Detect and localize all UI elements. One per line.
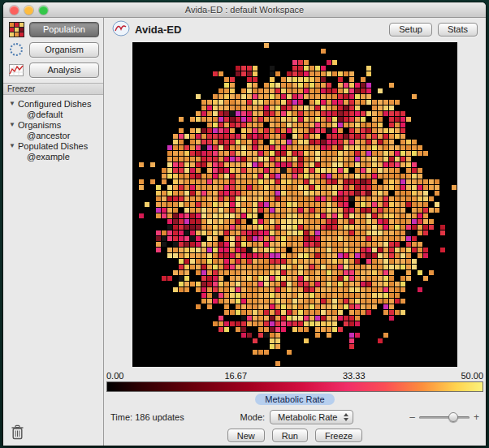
slider-thumb[interactable] — [448, 412, 458, 422]
freezer-group[interactable]: ▼Organisms — [5, 119, 102, 130]
mode-label: Mode: — [240, 412, 266, 422]
petri-dish-canvas[interactable] — [132, 42, 457, 367]
freezer-item[interactable]: @default — [5, 109, 102, 119]
legend: 0.0016.6733.3350.00 Metabolic Rate — [104, 367, 486, 406]
disclosure-triangle-icon[interactable]: ▼ — [9, 121, 18, 128]
speed-slider[interactable] — [419, 416, 470, 419]
action-buttons: New Run Freeze — [104, 426, 486, 447]
mode-dropdown[interactable]: Metabolic Rate — [270, 410, 353, 424]
freeze-button[interactable]: Freeze — [315, 429, 362, 442]
avida-logo-icon — [112, 20, 130, 38]
minimize-window-button[interactable] — [24, 6, 33, 15]
main-panel: Avida-ED Setup Stats 0.0016.6733.3350.00… — [104, 18, 486, 446]
window-title: Avida-ED : default Workspace — [185, 5, 304, 15]
freezer-item-label: @ancestor — [27, 131, 70, 140]
organism-button[interactable]: Organism — [29, 42, 99, 58]
freezer-item-label: @default — [27, 110, 63, 119]
freezer-header: Freezer — [3, 83, 103, 95]
setup-button[interactable]: Setup — [389, 23, 432, 37]
legend-tick: 0.00 — [106, 371, 123, 381]
status-controls: Time: 186 updates Mode: Metabolic Rate – — [104, 406, 486, 426]
disclosure-triangle-icon[interactable]: ▼ — [9, 142, 18, 149]
speed-slider-group: – + — [409, 413, 479, 421]
trash-icon[interactable] — [11, 424, 24, 442]
nav-row-organism: Organism — [3, 38, 103, 58]
mode-dropdown-value: Metabolic Rate — [278, 412, 337, 422]
legend-tick: 33.33 — [343, 371, 366, 381]
freezer-item-label: Configured Dishes — [18, 99, 92, 109]
freezer-item-label: Organisms — [18, 120, 61, 130]
analysis-button[interactable]: Analysis — [29, 62, 99, 78]
page-title: Avida-ED — [135, 24, 181, 36]
sidebar: Population Organism — [3, 18, 104, 446]
petri-dish-viewport — [132, 42, 457, 367]
freezer-item-label: Populated Dishes — [18, 141, 88, 151]
population-button[interactable]: Population — [29, 22, 99, 37]
nav-row-population: Population — [3, 18, 103, 38]
legend-label: Metabolic Rate — [255, 394, 334, 405]
legend-ticks: 0.0016.6733.3350.00 — [106, 371, 483, 381]
desktop: Avida-ED : default Workspace Population … — [0, 0, 489, 448]
freezer-item[interactable]: @ancestor — [5, 130, 102, 140]
analysis-chart-icon — [6, 62, 26, 78]
organism-circle-icon — [6, 41, 26, 58]
traffic-lights — [10, 6, 48, 15]
new-button[interactable]: New — [227, 429, 265, 442]
time-updates-label: Time: 186 updates — [110, 412, 184, 422]
freezer-item-label: @example — [27, 152, 70, 162]
avida-window: Avida-ED : default Workspace Population … — [3, 2, 486, 446]
close-window-button[interactable] — [10, 6, 19, 15]
main-header: Avida-ED Setup Stats — [104, 18, 486, 41]
legend-tick: 50.00 — [461, 371, 483, 381]
disclosure-triangle-icon[interactable]: ▼ — [9, 100, 18, 107]
freezer-group[interactable]: ▼Populated Dishes — [5, 140, 102, 151]
run-button[interactable]: Run — [272, 429, 308, 442]
freezer-item[interactable]: @example — [5, 151, 102, 162]
legend-gradient-bar — [106, 381, 483, 392]
population-grid-icon — [6, 21, 26, 37]
zoom-window-button[interactable] — [39, 6, 48, 15]
popup-arrows-icon — [344, 413, 348, 421]
nav-row-analysis: Analysis — [3, 58, 103, 79]
slider-minus-icon[interactable]: – — [409, 413, 415, 421]
stats-button[interactable]: Stats — [438, 23, 478, 37]
titlebar[interactable]: Avida-ED : default Workspace — [3, 2, 486, 18]
freezer-group[interactable]: ▼Configured Dishes — [5, 98, 102, 109]
freezer-tree: ▼Configured Dishes@default▼Organisms@anc… — [3, 95, 103, 446]
legend-tick: 16.67 — [224, 371, 247, 381]
slider-plus-icon[interactable]: + — [474, 413, 479, 421]
